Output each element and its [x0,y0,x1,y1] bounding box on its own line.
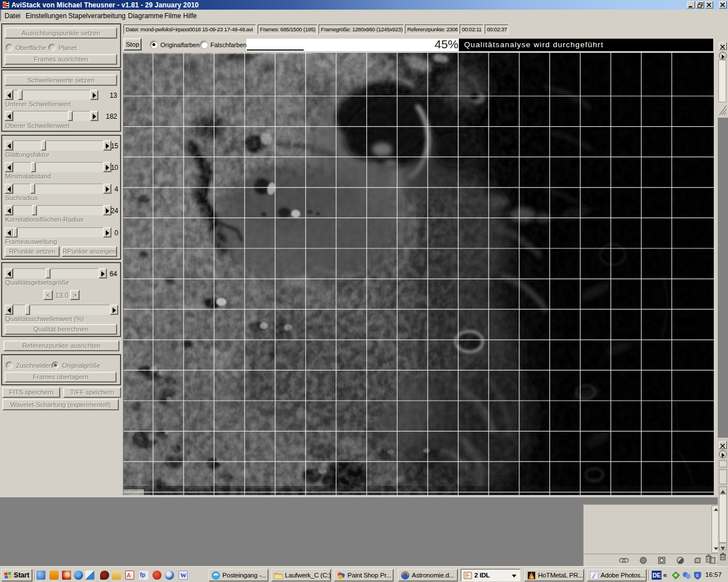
svg-text:A: A [127,572,131,579]
svg-text:fp: fp [140,572,145,578]
svg-text:S: S [696,573,698,578]
svg-text:W: W [180,572,187,579]
